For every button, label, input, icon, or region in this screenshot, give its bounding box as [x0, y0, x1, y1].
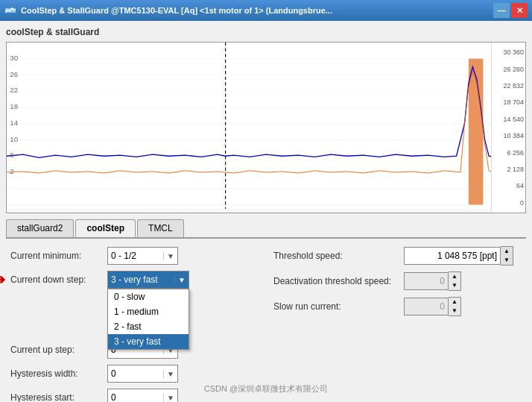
hysteresis-start-arrow: ▼	[163, 394, 174, 402]
app-icon	[4, 4, 16, 16]
current-down-step-arrow: ▼	[174, 276, 186, 284]
minimize-button[interactable]: —	[493, 3, 510, 18]
deactivation-threshold-up[interactable]: ▲	[449, 272, 460, 281]
threshold-speed-input[interactable]: 1 048 575 [ppt]	[404, 247, 501, 265]
svg-text:3: 3	[469, 212, 472, 213]
slow-run-current-input[interactable]	[404, 298, 449, 315]
y-axis-label: 64	[493, 182, 524, 189]
svg-text:6: 6	[10, 151, 13, 159]
current-down-step-label: Current down step:	[10, 274, 107, 285]
arrow-annotation: ➔	[0, 271, 5, 288]
y-axis-label: 26 260	[493, 66, 524, 73]
hysteresis-width-value: 0	[111, 368, 160, 379]
chart-area: actual motor current vs. time: 23 stallG…	[6, 42, 526, 213]
current-minimum-label: Current minimum:	[10, 251, 107, 261]
threshold-speed-down[interactable]: ▼	[501, 256, 513, 265]
y-axis-label: 22 832	[493, 82, 524, 89]
hysteresis-width-select[interactable]: 0 ▼	[107, 365, 178, 383]
slow-run-current-spinner: ▲ ▼	[449, 297, 461, 316]
deactivation-threshold-spinner: ▲ ▼	[449, 271, 461, 291]
slow-run-current-label: Slow run current:	[273, 301, 404, 312]
slow-run-current-down[interactable]: ▼	[449, 307, 460, 315]
current-minimum-control: 0 - 1/2 ▼	[107, 247, 178, 265]
svg-text:22: 22	[10, 86, 18, 94]
chart-y-axis-right: 30 360 26 260 22 832 18 704 14 540 10 38…	[491, 43, 525, 213]
svg-rect-22	[7, 209, 525, 213]
y-axis-label: 14 540	[493, 116, 524, 123]
hysteresis-start-value: 0	[111, 392, 160, 402]
tab-content: Current minimum: 0 - 1/2 ▼ ➔ Current dow…	[6, 239, 526, 402]
threshold-speed-row: Threshold speed: 1 048 575 [ppt] ▲ ▼	[273, 246, 522, 266]
hysteresis-width-arrow: ▼	[163, 370, 174, 378]
window-title: CoolStep & StallGuard @TMC5130-EVAL [Aq]…	[21, 6, 493, 15]
form-left: Current minimum: 0 - 1/2 ▼ ➔ Current dow…	[10, 246, 259, 402]
hysteresis-start-label: Hysteresis start:	[10, 392, 107, 402]
dropdown-item-0[interactable]: 0 - slow	[108, 289, 189, 304]
slow-run-current-up[interactable]: ▲	[449, 298, 460, 307]
slow-run-current-row: Slow run current: ▲ ▼	[273, 297, 522, 316]
hysteresis-start-select[interactable]: 0 ▼	[107, 389, 178, 402]
hysteresis-width-control: 0 ▼	[107, 365, 178, 383]
current-minimum-arrow: ▼	[163, 252, 174, 260]
watermark: CSDN @深圳卓联微技术有限公司	[204, 383, 328, 395]
tab-stallguard2[interactable]: stallGuard2	[6, 219, 74, 237]
y-axis-label: 2 128	[493, 166, 524, 173]
deactivation-threshold-label: Deactivation threshold speed:	[273, 276, 404, 286]
svg-text:26: 26	[10, 70, 18, 78]
threshold-speed-control: 1 048 575 [ppt] ▲ ▼	[404, 246, 513, 266]
window-content: coolStep & stallGuard actual motor curre…	[0, 21, 532, 402]
current-up-step-label: Current up step:	[10, 345, 107, 355]
chart-main: actual motor current vs. time: 23 stallG…	[7, 43, 525, 213]
tabs-container: stallGuard2 coolStep TMCL	[6, 219, 526, 239]
dropdown-item-3[interactable]: 3 - very fast	[108, 334, 189, 349]
y-axis-label: 18 704	[493, 98, 524, 106]
svg-text:■: ■	[452, 211, 457, 213]
close-button[interactable]: ✕	[511, 3, 528, 18]
hysteresis-width-row: Hysteresis width: 0 ▼	[10, 364, 259, 383]
y-axis-label: 30 360	[493, 48, 524, 56]
dropdown-menu: 0 - slow 1 - medium 2 - fast 3 - very fa…	[107, 289, 189, 350]
form-right: Threshold speed: 1 048 575 [ppt] ▲ ▼ Dea…	[273, 246, 522, 402]
y-axis-label: 6 256	[493, 149, 524, 157]
deactivation-threshold-control: ▲ ▼	[404, 271, 461, 291]
tab-tmcl[interactable]: TMCL	[137, 219, 184, 237]
window-controls: — ✕	[493, 3, 528, 18]
svg-rect-1	[7, 43, 525, 213]
tab-coolstep[interactable]: coolStep	[75, 219, 136, 237]
current-down-step-row: ➔ Current down step: 3 - very fast ▼ 0 -…	[10, 270, 259, 289]
current-minimum-row: Current minimum: 0 - 1/2 ▼	[10, 246, 259, 266]
svg-text:2: 2	[10, 167, 13, 175]
slow-run-current-control: ▲ ▼	[404, 297, 461, 316]
svg-text:30: 30	[10, 54, 18, 62]
dropdown-item-1[interactable]: 1 - medium	[108, 304, 189, 319]
current-down-step-select[interactable]: 3 - very fast ▼	[107, 271, 189, 289]
deactivation-threshold-down[interactable]: ▼	[449, 281, 460, 290]
section-title: coolStep & stallGuard	[6, 27, 526, 37]
current-minimum-select[interactable]: 0 - 1/2 ▼	[107, 247, 178, 265]
threshold-speed-spinner: ▲ ▼	[501, 246, 513, 266]
svg-text:10: 10	[10, 135, 18, 143]
deactivation-threshold-input[interactable]	[404, 272, 449, 290]
current-down-step-control: 3 - very fast ▼ 0 - slow 1 - medium 2 - …	[107, 271, 189, 289]
threshold-speed-label: Threshold speed:	[273, 251, 404, 261]
y-axis-label: 0	[493, 199, 524, 207]
chart-svg: 30 26 22 18 14 10 6 2 ■ 0 3	[7, 43, 525, 213]
deactivation-threshold-row: Deactivation threshold speed: ▲ ▼	[273, 271, 522, 291]
y-axis-label: 10 384	[493, 132, 524, 139]
title-bar: CoolStep & StallGuard @TMC5130-EVAL [Aq]…	[0, 0, 532, 21]
svg-text:0: 0	[460, 212, 464, 213]
current-minimum-value: 0 - 1/2	[111, 251, 160, 261]
dropdown-item-2[interactable]: 2 - fast	[108, 319, 189, 334]
hysteresis-start-control: 0 ▼	[107, 389, 178, 402]
svg-text:18: 18	[10, 102, 18, 110]
hysteresis-width-label: Hysteresis width:	[10, 368, 107, 379]
threshold-speed-up[interactable]: ▲	[501, 247, 513, 256]
current-down-step-value: 3 - very fast	[111, 274, 171, 285]
svg-text:14: 14	[10, 119, 18, 127]
